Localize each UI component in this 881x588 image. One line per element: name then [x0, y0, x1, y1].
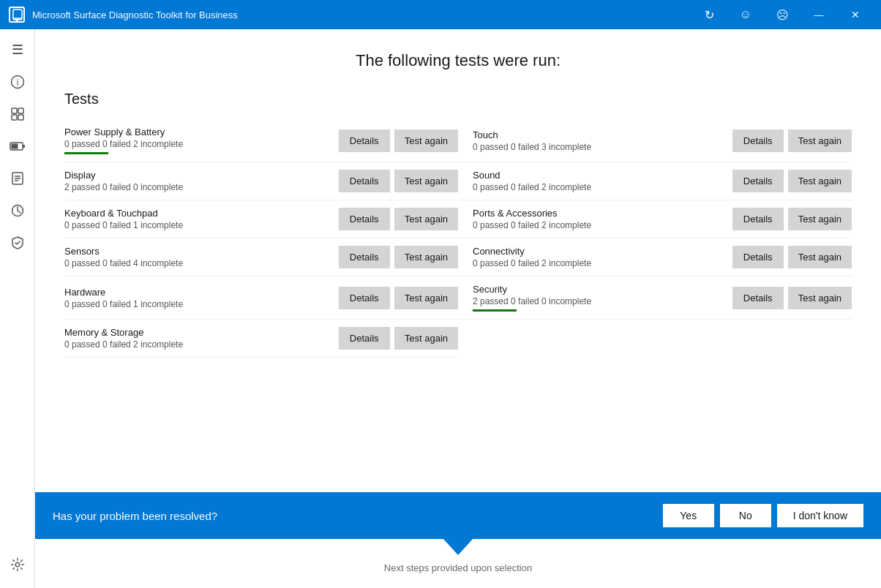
test-info: Memory & Storage0 passed 0 failed 2 inco… — [64, 327, 330, 350]
sidebar-item-report[interactable] — [3, 164, 32, 193]
test-name: Ports & Accessories — [473, 208, 724, 219]
test-again-button[interactable]: Test again — [788, 246, 852, 268]
test-stats: 0 passed 0 failed 2 incomplete — [64, 339, 330, 350]
svg-rect-10 — [23, 145, 25, 148]
test-buttons: DetailsTest again — [732, 129, 852, 152]
titlebar-left: Microsoft Surface Diagnostic Toolkit for… — [9, 7, 238, 23]
svg-rect-7 — [12, 115, 17, 120]
sidebar-item-history[interactable] — [3, 196, 32, 225]
test-again-button[interactable]: Test again — [394, 170, 458, 192]
test-item: Security2 passed 0 failed 0 incompleteDe… — [458, 276, 852, 320]
details-button[interactable]: Details — [732, 170, 784, 192]
test-item: Display2 passed 0 failed 0 incompleteDet… — [64, 162, 458, 200]
details-button[interactable]: Details — [339, 327, 390, 350]
test-progress-bar — [64, 152, 108, 154]
close-button[interactable]: ✕ — [839, 0, 872, 29]
feedback-arrow-container — [64, 539, 852, 555]
test-name: Hardware — [64, 287, 330, 298]
details-button[interactable]: Details — [339, 287, 390, 309]
test-buttons: DetailsTest again — [732, 246, 852, 268]
test-again-button[interactable]: Test again — [394, 246, 458, 268]
test-name: Sound — [473, 170, 724, 181]
surface-logo — [9, 7, 25, 23]
test-info: Power Supply & Battery0 passed 0 failed … — [64, 127, 330, 154]
test-stats: 0 passed 0 failed 2 incomplete — [473, 258, 724, 268]
test-stats: 0 passed 0 failed 1 incomplete — [64, 299, 330, 309]
test-info: Display2 passed 0 failed 0 incomplete — [64, 170, 330, 192]
details-button[interactable]: Details — [339, 246, 390, 268]
next-steps-text: Next steps provided upon selection — [64, 562, 852, 573]
test-again-button[interactable]: Test again — [788, 287, 852, 309]
test-buttons: DetailsTest again — [339, 129, 458, 152]
test-buttons: DetailsTest again — [732, 208, 852, 230]
test-name: Connectivity — [473, 246, 724, 257]
app-body: ☰ i — [0, 29, 881, 588]
test-item: Hardware0 passed 0 failed 1 incompleteDe… — [64, 276, 458, 320]
feedback-bar: Has your problem been resolved? Yes No I… — [35, 492, 881, 539]
sidebar-item-devices[interactable] — [3, 99, 32, 129]
test-name: Sensors — [64, 246, 330, 257]
sidebar-item-info[interactable]: i — [3, 67, 32, 97]
test-buttons: DetailsTest again — [339, 246, 458, 268]
test-buttons: DetailsTest again — [339, 327, 458, 350]
details-button[interactable]: Details — [339, 170, 390, 192]
details-button[interactable]: Details — [732, 246, 784, 268]
test-stats: 0 passed 0 failed 3 incomplete — [473, 142, 724, 152]
test-stats: 0 passed 0 failed 4 incomplete — [64, 258, 330, 268]
sidebar-item-battery[interactable] — [3, 132, 32, 161]
test-item: Sensors0 passed 0 failed 4 incompleteDet… — [64, 238, 458, 276]
test-info: Keyboard & Touchpad0 passed 0 failed 1 i… — [64, 208, 330, 230]
no-button[interactable]: No — [720, 504, 771, 527]
test-again-button[interactable]: Test again — [788, 170, 852, 192]
yes-button[interactable]: Yes — [663, 504, 714, 527]
test-item: Touch0 passed 0 failed 3 incompleteDetai… — [458, 119, 852, 162]
test-name: Keyboard & Touchpad — [64, 208, 330, 219]
test-info: Sensors0 passed 0 failed 4 incomplete — [64, 246, 330, 268]
test-stats: 0 passed 0 failed 2 incomplete — [64, 139, 330, 149]
svg-point-17 — [15, 562, 20, 567]
test-buttons: DetailsTest again — [339, 287, 458, 309]
test-again-button[interactable]: Test again — [394, 327, 458, 350]
feedback-arrow — [443, 539, 473, 555]
svg-text:i: i — [16, 78, 18, 88]
test-again-button[interactable]: Test again — [394, 129, 458, 152]
test-item: Keyboard & Touchpad0 passed 0 failed 1 i… — [64, 200, 458, 238]
test-again-button[interactable]: Test again — [394, 287, 458, 309]
sidebar-item-shield[interactable] — [3, 228, 32, 257]
minimize-button[interactable]: — — [802, 0, 836, 29]
bottom-section: Has your problem been resolved? Yes No I… — [64, 492, 852, 573]
titlebar-title: Microsoft Surface Diagnostic Toolkit for… — [32, 10, 238, 20]
test-info: Hardware0 passed 0 failed 1 incomplete — [64, 287, 330, 309]
test-info: Sound0 passed 0 failed 2 incomplete — [473, 170, 724, 192]
details-button[interactable]: Details — [732, 129, 784, 152]
test-item: Connectivity0 passed 0 failed 2 incomple… — [458, 238, 852, 276]
sidebar-item-settings[interactable] — [3, 550, 32, 579]
test-stats: 2 passed 0 failed 0 incomplete — [64, 182, 330, 192]
test-item: Memory & Storage0 passed 0 failed 2 inco… — [64, 320, 458, 358]
details-button[interactable]: Details — [732, 208, 784, 230]
tests-grid: Power Supply & Battery0 passed 0 failed … — [64, 119, 852, 358]
test-again-button[interactable]: Test again — [394, 208, 458, 230]
feedback-sad-button[interactable]: ☹ — [765, 0, 799, 29]
feedback-happy-button[interactable]: ☺ — [729, 0, 762, 29]
titlebar-controls: ↻ ☺ ☹ — ✕ — [692, 0, 872, 29]
test-buttons: DetailsTest again — [732, 287, 852, 309]
details-button[interactable]: Details — [339, 129, 390, 152]
test-item: Power Supply & Battery0 passed 0 failed … — [64, 119, 458, 162]
test-stats: 0 passed 0 failed 1 incomplete — [64, 220, 330, 230]
test-info: Connectivity0 passed 0 failed 2 incomple… — [473, 246, 724, 268]
test-info: Touch0 passed 0 failed 3 incomplete — [473, 129, 724, 152]
details-button[interactable]: Details — [339, 208, 390, 230]
test-name: Power Supply & Battery — [64, 127, 330, 137]
test-buttons: DetailsTest again — [732, 170, 852, 192]
titlebar: Microsoft Surface Diagnostic Toolkit for… — [0, 0, 881, 29]
svg-rect-8 — [18, 115, 23, 120]
refresh-button[interactable]: ↻ — [692, 0, 726, 29]
test-again-button[interactable]: Test again — [788, 208, 852, 230]
dont-know-button[interactable]: I don't know — [777, 504, 863, 527]
test-again-button[interactable]: Test again — [788, 129, 852, 152]
page-title: The following tests were run: — [64, 51, 852, 70]
details-button[interactable]: Details — [732, 287, 784, 309]
main-content: The following tests were run: Tests Powe… — [35, 29, 881, 588]
sidebar-item-menu[interactable]: ☰ — [3, 35, 32, 64]
